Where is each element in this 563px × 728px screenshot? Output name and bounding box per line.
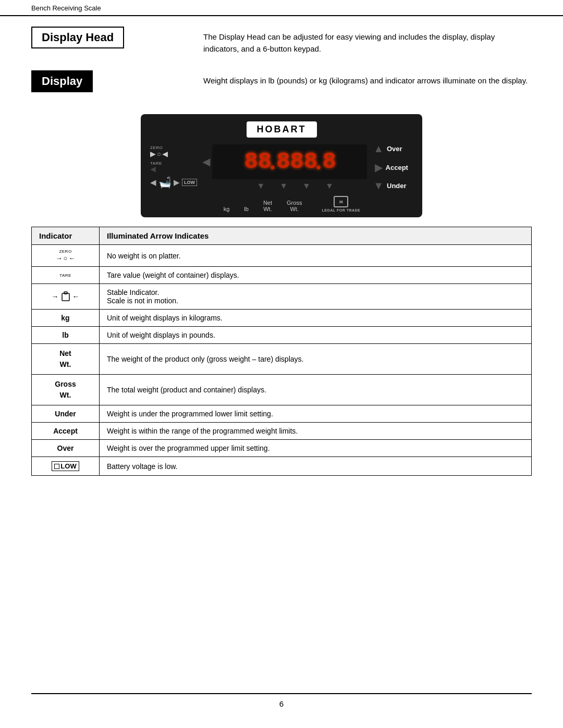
stable-indicator-row: ◀ 🛁 ▶ LOW: [150, 176, 197, 189]
stable-line1: Stable Indicator.: [107, 288, 159, 297]
table-row: Under Weight is under the programmed low…: [32, 405, 532, 423]
display-section: Display Weight displays in lb (pounds) o…: [31, 70, 532, 100]
tare-arrow: ◀: [150, 166, 156, 173]
svg-rect-1: [64, 292, 67, 294]
over-arrow: ▲: [373, 143, 384, 155]
accept-arrow: ▶: [375, 161, 383, 174]
bottom-label-gross: GrossWt.: [287, 200, 302, 212]
display-right-indicators: ▲ Over ▶ Accept ▼ Under: [373, 143, 413, 192]
page-header: Bench Receiving Scale: [0, 0, 563, 16]
table-row: kg Unit of weight displays in kilograms.: [32, 310, 532, 327]
stable-arrow-right-row: ←: [72, 292, 80, 301]
segment-display-wrapper: ◀ 8 8 . 8 8 8 . 8: [202, 144, 367, 191]
zero-arrow-right: ▶: [150, 151, 156, 158]
zero-desc-cell: No weight is on platter.: [100, 245, 532, 267]
seg-digit-5: 8: [304, 149, 316, 175]
main-content: Display Head The Display Head can be adj…: [0, 16, 563, 497]
stable-indicator-cell: → ←: [32, 284, 100, 310]
stable-icon: 🛁: [158, 176, 172, 189]
display-main-row: ZERO ▶ ○ ▶ TARE ◀: [150, 143, 413, 192]
seg-digit-6: 8: [322, 149, 335, 175]
accept-indicator: ▶ Accept: [375, 161, 412, 174]
stable-desc-cell: Stable Indicator. Scale is not in motion…: [100, 284, 532, 310]
table-row: NetWt. The weight of the product only (g…: [32, 344, 532, 375]
legal-text: LEGAL FOR TRADE: [322, 208, 360, 212]
over-indicator: ▲ Over: [373, 143, 413, 155]
stable-arrow-right: ▶: [174, 178, 180, 187]
page-number: 6: [279, 699, 284, 708]
low-indicator-cell: LOW: [32, 457, 100, 476]
tare-indicator-row: TARE ◀: [150, 162, 197, 173]
accept-indicator-cell: Accept: [32, 423, 100, 440]
gross-desc-cell: The total weight (product and container)…: [100, 375, 532, 405]
display-panel: HOBART ZERO ▶ ○ ▶: [141, 114, 422, 217]
kg-desc-cell: Unit of weight displays in kilograms.: [100, 310, 532, 327]
accept-desc-cell: Weight is within the range of the progra…: [100, 423, 532, 440]
over-label: Over: [387, 145, 413, 153]
seg-dot-2: .: [315, 149, 321, 175]
bottom-label-net: NetWt.: [263, 200, 272, 212]
bottom-label-kg: kg: [224, 206, 230, 212]
stable-line2: Scale is not in motion.: [107, 297, 178, 305]
down-arrow-2: ▼: [279, 181, 288, 191]
low-desc-cell: Battery voltage is low.: [100, 457, 532, 476]
down-arrow-3: ▼: [302, 181, 311, 191]
table-header-row: Indicator Illuminated Arrow Indicates: [32, 227, 532, 245]
display-head-label-col: Display Head: [31, 27, 203, 56]
stable-arrow-left-row: →: [52, 292, 59, 301]
legal-badge: III LEGAL FOR TRADE: [322, 196, 360, 212]
table-row: GrossWt. The total weight (product and c…: [32, 375, 532, 405]
zero-label: ZERO: [150, 146, 163, 150]
tare-desc-cell: Tare value (weight of container) display…: [100, 267, 532, 284]
display-label-col: Display: [31, 70, 203, 100]
seg-digit-3: 8: [276, 149, 289, 175]
over-indicator-cell: Over: [32, 440, 100, 457]
container-icon: [60, 291, 71, 302]
display-head-description: The Display Head can be adjusted for eas…: [203, 27, 532, 55]
lb-label: lb: [62, 331, 68, 339]
gross-label: GrossWt.: [55, 380, 76, 399]
stable-arrow: ◀: [150, 178, 156, 187]
display-description: Weight displays in lb (pounds) or kg (ki…: [203, 70, 532, 87]
left-disp-arrow: ◀: [202, 155, 210, 168]
tare-row-label: TARE: [59, 273, 71, 278]
zero-right-arrow: →: [56, 254, 63, 262]
table-row: ZERO → ○ ← No weight is on platter.: [32, 245, 532, 267]
low-square: [54, 464, 59, 469]
breadcrumb: Bench Receiving Scale: [31, 4, 101, 12]
seg-digit-1: 8: [244, 149, 256, 175]
gross-indicator-cell: GrossWt.: [32, 375, 100, 405]
zero-left-arrow: ←: [68, 254, 75, 262]
legal-circle: III: [334, 196, 348, 207]
col2-header: Illuminated Arrow Indicates: [100, 227, 532, 245]
under-indicator-cell: Under: [32, 405, 100, 423]
lb-indicator-cell: lb: [32, 327, 100, 344]
svg-rect-0: [62, 293, 69, 301]
zero-arrows: → ○ ←: [56, 254, 76, 262]
display-head-title: Display Head: [31, 27, 124, 48]
seven-seg-area: 8 8 . 8 8 8 . 8: [212, 144, 367, 179]
display-panel-container: HOBART ZERO ▶ ○ ▶: [31, 114, 532, 217]
bottom-label-lb: lb: [244, 206, 249, 212]
table-row: lb Unit of weight displays in pounds.: [32, 327, 532, 344]
stable-row-icons: → ←: [52, 291, 80, 302]
seg-row: ◀ 8 8 . 8 8 8 . 8: [202, 144, 367, 179]
tare-indicator-display: TARE: [39, 273, 92, 278]
down-arrow-4: ▼: [325, 181, 334, 191]
tare-indicator-cell: TARE: [32, 267, 100, 284]
net-desc-cell: The weight of the product only (gross we…: [100, 344, 532, 375]
display-title: Display: [31, 70, 93, 92]
zero-indicator-cell: ZERO → ○ ←: [32, 245, 100, 267]
down-arrows-row: ▼ ▼ ▼ ▼: [202, 181, 367, 191]
page-footer: 6: [31, 693, 532, 712]
over-desc-cell: Weight is over the programmed upper limi…: [100, 440, 532, 457]
zero-indicator-row: ZERO ▶ ○ ▶: [150, 146, 197, 158]
kg-label: kg: [61, 314, 69, 322]
table-row: TARE Tare value (weight of container) di…: [32, 267, 532, 284]
col1-header: Indicator: [32, 227, 100, 245]
hobart-logo: HOBART: [247, 121, 317, 138]
low-badge-display: LOW: [182, 179, 197, 186]
page-container: Bench Receiving Scale Display Head The D…: [0, 0, 563, 728]
table-row: → ← Stable Indicator. Scale is not in: [32, 284, 532, 310]
zero-row-label: ZERO: [59, 249, 71, 254]
